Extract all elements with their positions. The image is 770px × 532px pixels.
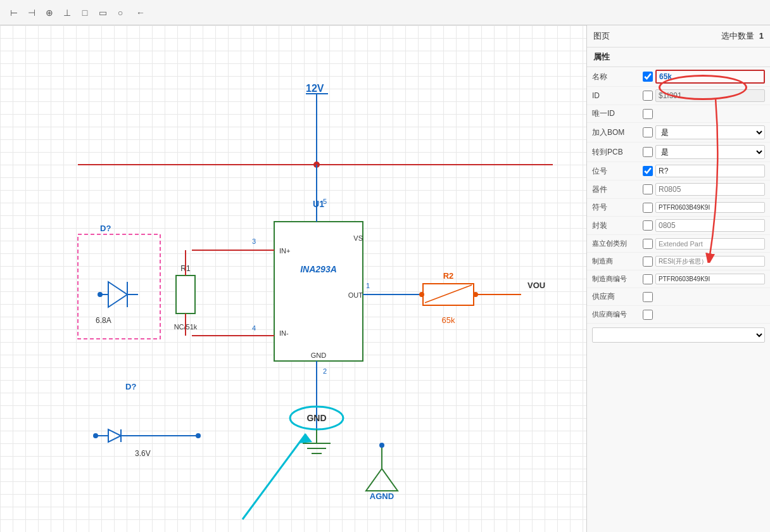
svg-text:IN+: IN+ <box>279 247 290 255</box>
prop-label-id: ID <box>592 91 643 100</box>
prop-checkbox-category[interactable] <box>643 239 653 249</box>
property-row-device: 器件 <box>587 180 770 199</box>
svg-point-42 <box>93 433 98 438</box>
prop-input-package[interactable] <box>655 219 765 232</box>
prop-checkbox-ref[interactable] <box>643 166 653 176</box>
prop-label-supplier-num: 供应商编号 <box>592 310 643 319</box>
property-row-name: 名称 <box>587 67 770 87</box>
toolbar-icon-arrow[interactable]: ← <box>133 5 148 20</box>
prop-label-device: 器件 <box>592 184 643 195</box>
svg-point-61 <box>379 443 384 448</box>
prop-checkbox-supplier-num[interactable] <box>643 310 653 320</box>
svg-text:6.8A: 6.8A <box>96 316 111 325</box>
canvas-area[interactable]: 12V U1 INA293A VS IN+ OUT IN- GND 5 <box>0 25 586 532</box>
prop-input-mfr-num[interactable] <box>655 274 765 284</box>
selected-count-area: 选中数量 1 <box>721 30 764 42</box>
prop-checkbox-unique-id[interactable] <box>643 109 653 119</box>
toolbar-icon-circle[interactable]: ○ <box>113 5 128 20</box>
prop-input-symbol[interactable] <box>655 202 765 213</box>
toolbar-icon-plus[interactable]: ⊕ <box>42 5 57 20</box>
toolbar: ⊢ ⊣ ⊕ ⊥ □ ▭ ○ ← <box>0 0 770 25</box>
prop-checkbox-name[interactable] <box>643 72 653 82</box>
svg-text:3: 3 <box>252 238 256 245</box>
svg-marker-59 <box>366 469 398 491</box>
main-area: 12V U1 INA293A VS IN+ OUT IN- GND 5 <box>0 25 770 532</box>
prop-checkbox-manufacturer[interactable] <box>643 256 653 267</box>
svg-text:R2: R2 <box>443 271 454 281</box>
prop-label-pcb: 转到PCB <box>592 147 643 158</box>
prop-checkbox-bom[interactable] <box>643 127 653 137</box>
properties-title: 属性 <box>587 48 770 67</box>
prop-input-category[interactable] <box>655 238 765 250</box>
prop-checkbox-mfr-num[interactable] <box>643 274 653 284</box>
toolbar-icon-down[interactable]: ⊥ <box>60 5 75 20</box>
svg-text:3.6V: 3.6V <box>135 449 151 458</box>
property-row-manufacturer: 制造商 <box>587 253 770 270</box>
property-row-unique-id: 唯一ID <box>587 105 770 123</box>
svg-text:2: 2 <box>323 367 327 375</box>
prop-label-category: 嘉立创类别 <box>592 239 643 248</box>
prop-label-ref: 位号 <box>592 166 643 177</box>
property-row-ref: 位号 <box>587 162 770 180</box>
panel-header: 图页 选中数量 1 <box>587 25 770 48</box>
svg-line-62 <box>243 434 306 519</box>
svg-text:5: 5 <box>323 198 327 205</box>
voltage-12v: 12V <box>306 83 324 94</box>
prop-checkbox-device[interactable] <box>643 184 653 194</box>
prop-select-pcb[interactable]: 是 <box>655 145 765 159</box>
prop-checkbox-package[interactable] <box>643 220 653 231</box>
property-row-id: ID <box>587 87 770 105</box>
svg-text:1: 1 <box>366 282 370 289</box>
property-row-package: 封装 <box>587 217 770 235</box>
prop-checkbox-supplier[interactable] <box>643 292 653 302</box>
property-row-bom: 加入BOM 是 <box>587 123 770 142</box>
property-row-supplier-num: 供应商编号 <box>587 306 770 324</box>
prop-label-package: 封装 <box>592 220 643 231</box>
right-panel: 图页 选中数量 1 属性 名称 ID 唯一ID 加入BOM <box>586 25 770 532</box>
svg-marker-37 <box>108 429 121 442</box>
property-row-pcb: 转到PCB 是 <box>587 142 770 162</box>
prop-input-device[interactable] <box>655 183 765 196</box>
svg-text:GND: GND <box>311 352 327 359</box>
svg-rect-23 <box>176 276 195 314</box>
property-row-category: 嘉立创类别 <box>587 235 770 253</box>
svg-point-33 <box>98 292 103 297</box>
prop-label-name: 名称 <box>592 72 643 82</box>
property-row-symbol: 符号 <box>587 199 770 217</box>
svg-point-54 <box>419 292 424 297</box>
prop-label-unique-id: 唯一ID <box>592 108 643 119</box>
toolbar-icon-rect[interactable]: □ <box>77 5 92 20</box>
selected-count-value: 1 <box>759 31 764 41</box>
prop-input-ref[interactable] <box>655 165 765 177</box>
svg-text:AGND: AGND <box>370 491 394 501</box>
toolbar-icon-center[interactable]: ⊣ <box>24 5 39 20</box>
svg-marker-63 <box>298 434 312 443</box>
svg-text:D?: D? <box>125 382 136 391</box>
bottom-select[interactable] <box>592 327 765 343</box>
prop-input-name[interactable] <box>655 70 765 84</box>
svg-text:INA293A: INA293A <box>300 264 337 274</box>
prop-checkbox-pcb[interactable] <box>643 147 653 157</box>
svg-marker-29 <box>108 282 127 307</box>
prop-checkbox-symbol[interactable] <box>643 203 653 213</box>
prop-select-bom[interactable]: 是 <box>655 125 765 139</box>
svg-text:VOU: VOU <box>527 281 545 290</box>
selected-count-label: 选中数量 <box>721 31 754 41</box>
svg-text:4: 4 <box>252 324 256 332</box>
property-row-mfr-num: 制造商编号 <box>587 270 770 288</box>
toolbar-icon-rect2[interactable]: ▭ <box>95 5 110 20</box>
prop-label-bom: 加入BOM <box>592 127 643 138</box>
svg-text:D?: D? <box>100 224 111 233</box>
svg-point-41 <box>196 433 201 438</box>
prop-label-symbol: 符号 <box>592 202 643 213</box>
toolbar-icon-align[interactable]: ⊢ <box>6 5 22 20</box>
prop-input-id[interactable] <box>655 89 765 102</box>
prop-label-supplier: 供应商 <box>592 291 643 302</box>
prop-label-mfr-num: 制造商编号 <box>592 274 643 284</box>
svg-text:65k: 65k <box>442 315 455 325</box>
svg-text:IN-: IN- <box>279 329 289 337</box>
prop-input-manufacturer[interactable] <box>655 256 765 267</box>
svg-text:VS: VS <box>353 234 363 242</box>
property-row-supplier: 供应商 <box>587 288 770 306</box>
prop-checkbox-id[interactable] <box>643 91 653 101</box>
